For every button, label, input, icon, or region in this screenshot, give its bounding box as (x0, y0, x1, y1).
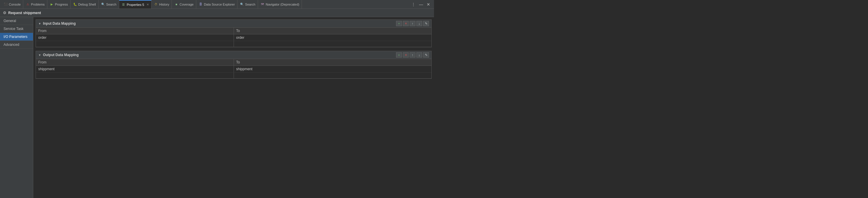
search1-icon: 🔍 (101, 2, 105, 6)
tab-history[interactable]: ⏱ History (152, 0, 172, 8)
history-icon: ⏱ (154, 2, 158, 6)
datasource-icon: 🗄 (198, 2, 203, 6)
tab-problems[interactable]: ⚠ Problems (23, 0, 47, 8)
output-mapping-actions: + ✕ ↑ ↓ ✎ (396, 52, 429, 57)
output-mapping-down-button[interactable]: ↓ (416, 52, 422, 57)
input-mapping-edit-button[interactable]: ✎ (423, 21, 429, 26)
tab-console[interactable]: ⬛ Console (1, 0, 23, 8)
tab-label-console: Console (9, 3, 21, 6)
sidebar-item-general[interactable]: General (0, 17, 33, 25)
input-mapping-add-button[interactable]: + (396, 21, 402, 26)
tab-close-properties[interactable]: ✕ (147, 3, 149, 6)
output-mapping-up-button[interactable]: ↑ (410, 52, 415, 57)
input-mapping-collapse[interactable]: ▼ (38, 22, 41, 25)
sidebar: General Service Task I/O Parameters Adva… (0, 17, 33, 198)
input-to-header: To (234, 28, 431, 34)
output-from-header: From (36, 59, 234, 66)
input-mapping-up-button[interactable]: ↑ (410, 21, 415, 26)
output-mapping-remove-button[interactable]: ✕ (403, 52, 409, 57)
input-mapping-actions: + ✕ ↑ ↓ ✎ (396, 21, 429, 26)
tab-navigator[interactable]: 🗺 Navigator (Deprecated) (258, 0, 302, 8)
input-empty-to (234, 41, 431, 47)
input-mapping-title: Input Data Mapping (43, 22, 394, 26)
input-mapping-down-button[interactable]: ↓ (416, 21, 422, 26)
tab-label-datasource: Data Source Explorer (204, 3, 235, 6)
progress-icon: ▶ (50, 2, 54, 6)
console-icon: ⬛ (3, 2, 8, 6)
output-to-cell-0: shippment (234, 66, 431, 73)
tab-actions: ⋮ — ✕ (409, 2, 433, 7)
sidebar-label-general: General (3, 19, 16, 23)
debug-shell-icon: 🐛 (73, 2, 77, 6)
output-mapping-collapse[interactable]: ▼ (38, 53, 41, 57)
tab-label-search2: Search (245, 3, 255, 6)
output-empty-from (36, 73, 234, 78)
tab-close-button[interactable]: ✕ (426, 2, 431, 7)
main-content: General Service Task I/O Parameters Adva… (0, 17, 434, 198)
tab-debug-shell[interactable]: 🐛 Debug Shell (71, 0, 99, 8)
tab-minimize-button[interactable]: — (418, 2, 424, 7)
sidebar-label-io-parameters: I/O Parameters (3, 35, 27, 39)
properties-icon: ☰ (122, 3, 126, 7)
output-mapping-section: ▼ Output Data Mapping + ✕ ↑ ↓ ✎ From To (36, 51, 432, 79)
problems-icon: ⚠ (26, 2, 30, 6)
output-from-cell-0: shippment (36, 66, 234, 73)
sidebar-item-service-task[interactable]: Service Task (0, 25, 33, 33)
sidebar-item-io-parameters[interactable]: I/O Parameters (0, 33, 33, 41)
sidebar-label-advanced: Advanced (3, 43, 19, 47)
tab-datasource[interactable]: 🗄 Data Source Explorer (196, 0, 238, 8)
input-empty-from (36, 41, 234, 47)
sidebar-label-service-task: Service Task (3, 27, 24, 31)
input-mapping-table: From To order order (36, 28, 431, 47)
input-from-cell-0: order (36, 34, 234, 41)
tab-search1[interactable]: 🔍 Search (99, 0, 119, 8)
tab-properties[interactable]: ☰ Properties 5 ✕ (119, 0, 152, 8)
output-mapping-row-0[interactable]: shippment shippment (36, 66, 431, 73)
navigator-icon: 🗺 (260, 2, 265, 6)
input-from-header: From (36, 28, 234, 34)
input-mapping-section: ▼ Input Data Mapping + ✕ ↑ ↓ ✎ From To (36, 19, 432, 47)
output-mapping-title: Output Data Mapping (43, 53, 394, 57)
input-mapping-header: ▼ Input Data Mapping + ✕ ↑ ↓ ✎ (36, 20, 431, 28)
coverage-icon: ■ (174, 2, 178, 6)
tab-bar: ⬛ Console ⚠ Problems ▶ Progress 🐛 Debug … (0, 0, 434, 9)
tab-label-coverage: Coverage (180, 3, 194, 6)
input-mapping-empty-row (36, 41, 431, 47)
output-mapping-header: ▼ Output Data Mapping + ✕ ↑ ↓ ✎ (36, 51, 431, 59)
sidebar-item-advanced[interactable]: Advanced (0, 41, 33, 49)
tab-label-history: History (159, 3, 169, 6)
tab-label-search1: Search (106, 3, 117, 6)
output-mapping-add-button[interactable]: + (396, 52, 402, 57)
input-mapping-row-0[interactable]: order order (36, 34, 431, 41)
title-icon: ⚙ (3, 10, 6, 15)
output-mapping-table: From To shippment shippment (36, 59, 431, 78)
search2-icon: 🔍 (240, 2, 244, 6)
tab-progress[interactable]: ▶ Progress (48, 0, 71, 8)
page-title: Request shippment (8, 11, 41, 15)
output-mapping-empty-row (36, 73, 431, 78)
content-area: ▼ Input Data Mapping + ✕ ↑ ↓ ✎ From To (33, 17, 434, 198)
output-mapping-edit-button[interactable]: ✎ (423, 52, 429, 57)
tab-label-progress: Progress (55, 3, 68, 6)
input-to-cell-0: order (234, 34, 431, 41)
tab-label-debug-shell: Debug Shell (78, 3, 96, 6)
tab-overflow-button[interactable]: ⋮ (410, 2, 416, 7)
input-mapping-remove-button[interactable]: ✕ (403, 21, 409, 26)
tab-coverage[interactable]: ■ Coverage (172, 0, 196, 8)
tab-label-properties: Properties 5 (127, 3, 144, 6)
output-empty-to (234, 73, 431, 78)
tab-label-navigator: Navigator (Deprecated) (266, 3, 299, 6)
title-bar: ⚙ Request shippment (0, 9, 434, 17)
tab-search2[interactable]: 🔍 Search (238, 0, 258, 8)
output-to-header: To (234, 59, 431, 66)
tab-label-problems: Problems (31, 3, 44, 6)
